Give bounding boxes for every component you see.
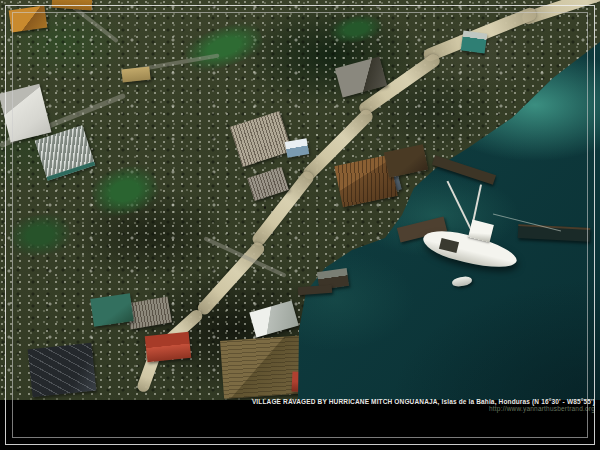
person (300, 170, 302, 173)
caption-url: http://www.yannarthusbertrand.org (252, 405, 595, 412)
teal-house (461, 30, 488, 53)
dark-roof-house (28, 343, 97, 397)
person (458, 118, 460, 121)
framed-photo-page: VILLAGE RAVAGED BY HURRICANE MITCH ONGUA… (0, 0, 600, 450)
caption-title: VILLAGE RAVAGED BY HURRICANE MITCH ONGUA… (252, 398, 595, 405)
shrimp-boat (408, 178, 538, 293)
aerial-photo (0, 0, 600, 400)
person (264, 206, 266, 209)
red-roof-house (145, 332, 191, 362)
caption: VILLAGE RAVAGED BY HURRICANE MITCH ONGUA… (252, 398, 595, 412)
teal-building (90, 293, 134, 326)
